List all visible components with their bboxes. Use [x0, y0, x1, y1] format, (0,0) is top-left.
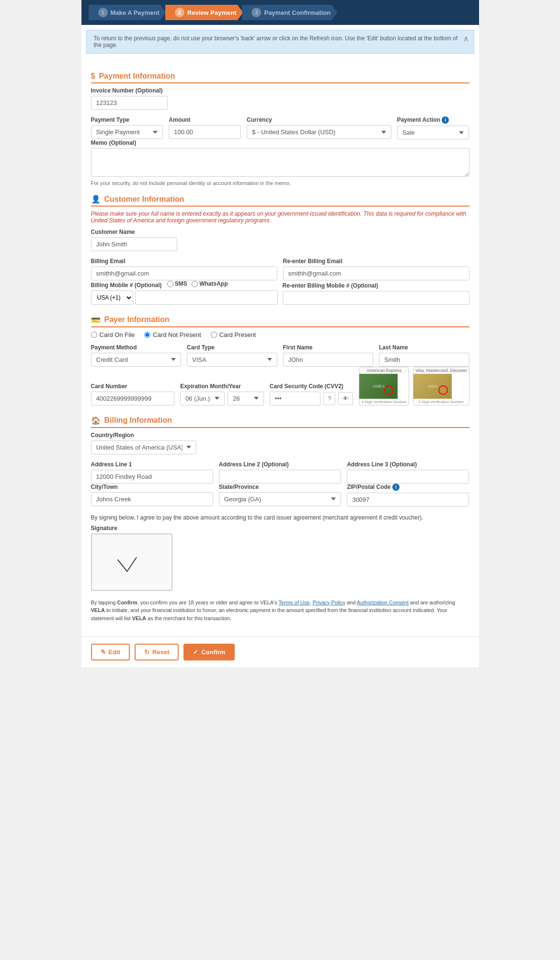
confirm-button[interactable]: ✓ Confirm [183, 644, 235, 660]
address3-input[interactable] [347, 470, 469, 484]
amount-group: Amount [169, 116, 241, 139]
payment-method-label: Payment Method [91, 344, 182, 351]
payment-type-select[interactable]: Single Payment [91, 125, 163, 139]
payment-action-select[interactable]: Sale [397, 126, 469, 139]
address1-group: Address Line 1 [91, 461, 213, 484]
payment-method-select[interactable]: Credit Card [91, 353, 182, 367]
building-icon: 🏠 [91, 416, 101, 425]
re-billing-email-input[interactable] [283, 266, 469, 280]
signature-agreement-text: By signing below, I agree to pay the abo… [91, 514, 469, 521]
country-select[interactable]: United States of America (USA) [91, 440, 196, 454]
confirm-bold: Confirm [117, 600, 137, 605]
signature-label: Signature [91, 525, 469, 532]
payer-info-header: 💳 Payer Information [91, 315, 469, 327]
state-label: State/Province [219, 484, 341, 490]
payment-action-hint-icon[interactable]: i [442, 116, 449, 124]
step-3-btn[interactable]: 3 Payment Confirmation [242, 5, 337, 20]
memo-hint: For your security, do not include person… [91, 180, 469, 186]
card-icon: 💳 [91, 315, 101, 324]
last-name-label: Last Name [379, 344, 469, 351]
first-name-input[interactable] [283, 353, 374, 367]
cvv-label: Card Security Code (CVV2) [270, 383, 354, 390]
card-present-radio[interactable] [211, 332, 217, 338]
payment-action-group: Payment Action i Sale [397, 116, 469, 139]
top-nav: 1 Make A Payment 2 Review Payment 3 Paym… [81, 0, 479, 25]
payment-type-group: Payment Type Single Payment [91, 116, 163, 139]
address2-input[interactable] [219, 470, 341, 484]
address3-group: Address Line 3 (Optional) [347, 461, 469, 484]
card-on-file-radio[interactable] [91, 332, 97, 338]
expiry-month-select[interactable]: 06 (Jun.) [180, 392, 225, 405]
zip-input[interactable] [347, 493, 469, 507]
amex-card-visual: AMEX [359, 374, 398, 399]
step-1: 1 Make A Payment [89, 5, 166, 20]
re-mobile-group: Re-enter Billing Mobile # (Optional) [283, 282, 469, 305]
card-present-radio-label[interactable]: Card Present [211, 331, 256, 338]
edit-button[interactable]: ✎ Edit [91, 644, 130, 660]
mobile-row: Billing Mobile # (Optional) SMS WhatsApp… [91, 280, 469, 305]
currency-select[interactable]: $ - United States Dollar (USD) [247, 125, 391, 139]
payment-info-header: $ Payment Information [91, 72, 469, 83]
step-2: 2 Review Payment [165, 5, 243, 20]
step-2-num: 2 [175, 8, 184, 17]
card-on-file-text: Card On File [100, 331, 135, 338]
card-number-group: Card Number [91, 383, 175, 405]
city-state-zip-row: City/Town State/Province Georgia (GA) ZI… [91, 484, 469, 507]
card-on-file-radio-label[interactable]: Card On File [91, 331, 135, 338]
payment-method-row: Payment Method Credit Card Card Type VIS… [91, 344, 469, 367]
card-not-present-radio-label[interactable]: Card Not Present [144, 331, 201, 338]
whatsapp-label[interactable]: WhatsApp [192, 280, 228, 287]
whatsapp-radio[interactable] [192, 281, 198, 287]
mobile-input[interactable] [135, 290, 278, 305]
card-number-input[interactable] [91, 392, 175, 405]
privacy-link[interactable]: Privacy Policy [312, 600, 345, 605]
amount-input[interactable] [169, 125, 241, 139]
last-name-input[interactable] [379, 353, 469, 367]
state-select[interactable]: Georgia (GA) [219, 492, 341, 506]
auth-link[interactable]: Authorization Consent [357, 600, 409, 605]
mobile-group: Billing Mobile # (Optional) SMS WhatsApp… [91, 280, 278, 305]
re-mobile-input[interactable] [283, 291, 469, 305]
address3-label: Address Line 3 (Optional) [347, 461, 469, 468]
amount-label: Amount [169, 116, 241, 123]
first-name-label: First Name [283, 344, 374, 351]
card-not-present-text: Card Not Present [153, 331, 201, 338]
info-banner-text: To return to the previous page, do not u… [94, 35, 458, 48]
sms-radio[interactable] [167, 281, 173, 287]
reset-button[interactable]: ↻ Reset [135, 644, 179, 660]
customer-info-title: Customer Information [104, 195, 184, 204]
step-1-btn[interactable]: 1 Make A Payment [89, 5, 166, 20]
city-group: City/Town [91, 484, 213, 507]
customer-name-input[interactable] [91, 237, 177, 251]
close-icon[interactable]: ∧ [463, 34, 469, 43]
currency-label: Currency [247, 116, 391, 123]
cvv-input[interactable] [270, 392, 320, 405]
cvv-group: Card Security Code (CVV2) ? 👁 [270, 383, 354, 405]
mobile-input-row: USA (+1) [91, 290, 278, 305]
signature-svg [92, 534, 171, 590]
invoice-input[interactable] [91, 96, 168, 110]
zip-hint-icon[interactable]: i [392, 484, 400, 491]
billing-email-input[interactable] [91, 266, 277, 280]
step-2-btn[interactable]: 2 Review Payment [165, 5, 243, 20]
signature-box[interactable] [91, 533, 172, 591]
expiry-label: Expiration Month/Year [180, 383, 264, 390]
phone-prefix-select[interactable]: USA (+1) [91, 290, 133, 305]
expiry-year-select[interactable]: 26 [228, 392, 263, 405]
billing-info-title: Billing Information [104, 416, 172, 425]
sms-radio-group: SMS WhatsApp [167, 282, 228, 289]
cvv-info-btn[interactable]: ? [323, 392, 335, 405]
card-not-present-radio[interactable] [144, 332, 150, 338]
sms-label[interactable]: SMS [167, 280, 187, 287]
memo-textarea[interactable] [91, 148, 469, 177]
city-input[interactable] [91, 492, 213, 506]
amex-label: American Express [359, 367, 409, 374]
card-type-select[interactable]: VISA [187, 353, 277, 367]
address1-input[interactable] [91, 470, 213, 484]
step-3: 3 Payment Confirmation [242, 5, 337, 20]
last-name-group: Last Name [379, 344, 469, 367]
expiry-row: 06 (Jun.) 26 [180, 392, 264, 405]
cvv-eye-btn[interactable]: 👁 [338, 392, 353, 405]
terms-link[interactable]: Terms of Use [279, 600, 310, 605]
zip-label: ZIP/Postal Code i [347, 484, 469, 491]
